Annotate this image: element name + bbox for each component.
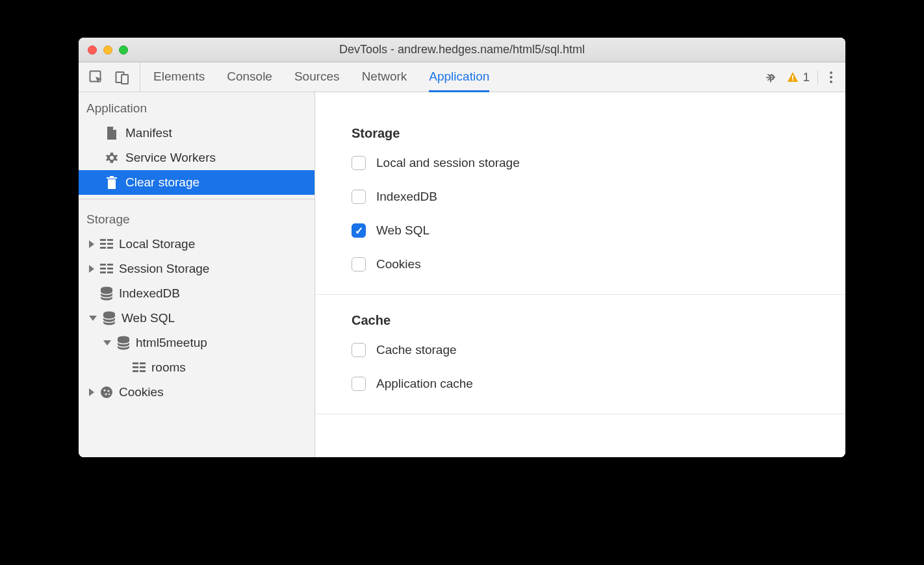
disclosure-down-icon xyxy=(89,316,97,321)
sidebar-item-manifest[interactable]: Manifest xyxy=(79,121,314,145)
checkbox[interactable] xyxy=(352,156,366,170)
grid-icon xyxy=(99,237,114,251)
grid-icon xyxy=(99,262,114,276)
more-tabs-icon[interactable] xyxy=(762,70,776,84)
tree-item-session-storage[interactable]: Session Storage xyxy=(79,257,314,281)
option-label: Cookies xyxy=(376,257,421,271)
tab-application[interactable]: Application xyxy=(429,62,489,92)
database-icon xyxy=(116,336,131,350)
option-label: IndexedDB xyxy=(376,190,437,204)
sidebar-group-title: Application xyxy=(79,92,314,121)
svg-rect-7 xyxy=(107,177,117,179)
option-row-application-cache: Application cache xyxy=(315,367,845,401)
toolbar-left xyxy=(79,62,140,92)
svg-rect-14 xyxy=(107,247,113,249)
warning-icon xyxy=(787,71,799,83)
svg-rect-18 xyxy=(107,268,113,270)
checkbox[interactable] xyxy=(352,223,366,238)
checkbox[interactable] xyxy=(352,377,366,391)
devtools-window: DevTools - andrew.hedges.name/html5/sql.… xyxy=(79,38,845,457)
svg-rect-17 xyxy=(100,268,106,270)
svg-rect-28 xyxy=(140,362,146,364)
window-titlebar: DevTools - andrew.hedges.name/html5/sql.… xyxy=(79,38,845,62)
svg-rect-4 xyxy=(792,79,793,81)
trash-icon xyxy=(105,175,119,190)
window-controls xyxy=(79,45,128,55)
window-title: DevTools - andrew.hedges.name/html5/sql.… xyxy=(79,43,845,56)
more-options-button[interactable] xyxy=(827,69,835,86)
tree-item-label: IndexedDB xyxy=(119,286,180,301)
svg-rect-10 xyxy=(107,239,113,241)
tab-network[interactable]: Network xyxy=(362,62,407,92)
option-label: Web SQL xyxy=(376,223,430,238)
disclosure-right-icon xyxy=(89,240,94,248)
disclosure-space-icon xyxy=(122,364,127,371)
svg-rect-6 xyxy=(108,179,116,189)
device-toggle-icon[interactable] xyxy=(115,70,129,84)
tab-console[interactable]: Console xyxy=(227,62,272,92)
issues-indicator[interactable]: 1 xyxy=(787,70,818,84)
database-icon xyxy=(99,286,114,301)
sidebar-group-title: Storage xyxy=(79,203,314,232)
option-label: Application cache xyxy=(376,377,473,391)
sidebar-divider xyxy=(79,199,314,199)
option-row-web-sql: Web SQL xyxy=(315,214,845,247)
svg-point-33 xyxy=(101,386,112,398)
option-row-indexeddb: IndexedDB xyxy=(315,180,845,214)
checkbox[interactable] xyxy=(352,343,366,357)
svg-point-34 xyxy=(104,390,106,392)
database-icon xyxy=(102,311,116,325)
close-window-button[interactable] xyxy=(88,45,97,55)
pane-section-cache: CacheCache storageApplication cache xyxy=(315,295,845,414)
svg-rect-20 xyxy=(107,271,113,273)
document-icon xyxy=(105,126,119,140)
grid-icon xyxy=(132,360,146,375)
disclosure-space-icon xyxy=(89,290,94,297)
tree-item-rooms[interactable]: rooms xyxy=(79,355,314,380)
tree-item-local-storage[interactable]: Local Storage xyxy=(79,232,314,257)
tree-item-label: Cookies xyxy=(119,385,164,399)
checkbox[interactable] xyxy=(352,190,366,204)
svg-rect-15 xyxy=(100,264,106,266)
issues-count: 1 xyxy=(802,70,810,84)
tab-elements[interactable]: Elements xyxy=(153,62,205,92)
svg-rect-9 xyxy=(100,239,106,241)
sidebar-item-clear-storage[interactable]: Clear storage xyxy=(79,170,314,195)
minimize-window-button[interactable] xyxy=(103,45,112,55)
devtools-content: ApplicationManifestService WorkersClear … xyxy=(79,92,845,457)
svg-rect-13 xyxy=(100,247,106,249)
svg-rect-8 xyxy=(110,176,114,177)
svg-rect-3 xyxy=(792,75,793,79)
tree-item-cookies[interactable]: Cookies xyxy=(79,380,314,405)
option-row-local-and-session-storage: Local and session storage xyxy=(315,146,845,180)
disclosure-right-icon xyxy=(89,388,94,396)
disclosure-down-icon xyxy=(103,340,111,345)
tree-item-html5meetup[interactable]: html5meetup xyxy=(79,331,314,355)
svg-rect-12 xyxy=(107,243,113,245)
svg-point-5 xyxy=(110,156,114,160)
svg-rect-29 xyxy=(133,366,138,368)
tree-item-web-sql[interactable]: Web SQL xyxy=(79,306,314,331)
devtools-tabs: ElementsConsoleSourcesNetworkApplication xyxy=(140,62,762,92)
checkbox[interactable] xyxy=(352,257,366,271)
tree-item-label: rooms xyxy=(151,360,186,375)
tree-item-indexeddb[interactable]: IndexedDB xyxy=(79,281,314,306)
svg-rect-30 xyxy=(140,366,146,368)
svg-rect-19 xyxy=(100,271,106,273)
application-sidebar: ApplicationManifestService WorkersClear … xyxy=(79,92,315,457)
devtools-toolbar: ElementsConsoleSourcesNetworkApplication… xyxy=(79,62,845,92)
tab-sources[interactable]: Sources xyxy=(294,62,340,92)
svg-rect-32 xyxy=(140,370,146,372)
zoom-window-button[interactable] xyxy=(119,45,128,55)
tree-item-label: Web SQL xyxy=(122,311,175,325)
cookie-icon xyxy=(99,385,114,399)
sidebar-item-label: Service Workers xyxy=(125,151,216,165)
svg-rect-16 xyxy=(107,264,113,266)
sidebar-item-label: Clear storage xyxy=(125,175,199,190)
inspect-icon[interactable] xyxy=(89,70,103,84)
sidebar-item-service-workers[interactable]: Service Workers xyxy=(79,145,314,170)
svg-point-37 xyxy=(109,394,110,395)
toolbar-right: 1 xyxy=(776,69,845,86)
disclosure-right-icon xyxy=(89,265,94,273)
option-row-cache-storage: Cache storage xyxy=(315,333,845,367)
